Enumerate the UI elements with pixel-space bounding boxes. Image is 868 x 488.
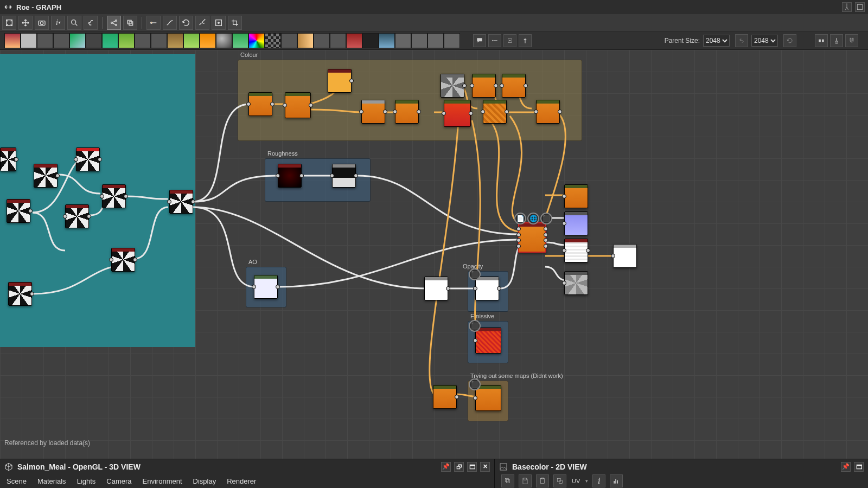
frame-center-button[interactable] [212,16,226,30]
menu-display[interactable]: Display [193,477,216,485]
pal-binary[interactable] [362,33,379,48]
pal-dots[interactable] [151,33,167,48]
menu-renderer[interactable]: Renderer [227,477,256,485]
pin-window-icon[interactable] [842,2,852,12]
colour-node[interactable] [483,100,507,124]
comment-arrow-icon[interactable] [519,34,532,47]
max-3d-icon[interactable]: 🗖 [467,462,477,472]
zoom-button[interactable] [67,16,81,30]
share-button[interactable] [107,16,121,30]
pal-green[interactable] [232,33,248,48]
magnet-icon[interactable] [845,34,858,47]
close-3d-icon[interactable]: ✕ [480,462,490,472]
move-button[interactable] [18,16,33,30]
ao-node[interactable] [254,275,278,299]
pal-card3[interactable] [427,33,444,48]
link-size-icon[interactable] [735,34,748,47]
max-2d-icon[interactable]: 🗖 [854,462,864,472]
menu-environment[interactable]: Environment [143,477,182,485]
settings-button[interactable] [195,16,209,30]
noise-node[interactable] [102,184,126,208]
connector-curve-button[interactable] [163,16,177,30]
colour-node[interactable] [536,100,560,124]
opacity-badge-icon[interactable]: ⬛ [469,268,481,280]
uniform-white-node[interactable] [424,277,448,300]
pal-wave[interactable] [281,33,297,48]
uniform-node[interactable] [328,69,352,93]
graph-canvas[interactable]: Colour Roughness AO Opacity Emissive Try… [0,50,868,459]
colour-node[interactable] [502,74,526,98]
pal-image[interactable] [4,33,21,48]
roughness-node[interactable] [332,164,356,188]
pal-card4[interactable] [444,33,460,48]
copy-button[interactable] [123,16,137,30]
pal-drop2[interactable] [86,33,102,48]
emissive-node[interactable] [475,328,501,354]
reset-size-icon[interactable] [783,34,796,47]
badge-cube-icon[interactable]: ⬛ [540,213,552,224]
histogram-2d-icon[interactable] [610,474,623,487]
pal-solid[interactable] [21,33,37,48]
noise-node[interactable] [7,199,30,223]
noise-node[interactable] [8,282,32,306]
fit-all-button[interactable] [2,16,16,30]
pal-rainbow[interactable] [248,33,265,48]
pal-diamond[interactable] [346,33,362,48]
pal-card2[interactable] [411,33,427,48]
parent-size-height-select[interactable]: 2048 [751,35,778,47]
menu-lights[interactable]: Lights [77,477,96,485]
pal-crystal[interactable] [379,33,395,48]
comment-target-icon[interactable] [503,34,516,47]
roughness-node[interactable] [278,164,302,188]
pal-text[interactable] [314,33,330,48]
noise-node[interactable] [76,147,100,171]
grunge-node[interactable] [441,74,464,98]
pin-2d-icon[interactable]: 📌 [841,462,851,472]
uv-chevron-icon[interactable]: ▾ [585,478,588,484]
colour-node[interactable] [248,92,272,116]
pal-droplet[interactable] [37,33,53,48]
noise-node[interactable] [34,164,58,188]
badge-file-icon[interactable]: 📄 [514,213,526,224]
noise-node[interactable] [169,190,193,214]
parent-size-width-select[interactable]: 2048 [703,35,730,47]
noise-node[interactable] [0,147,16,171]
trying-badge-icon[interactable]: ⬛ [469,378,481,390]
menu-materials[interactable]: Materials [37,477,66,485]
pal-box[interactable] [167,33,183,48]
pal-pick[interactable] [183,33,200,48]
comment-speech-icon[interactable] [473,34,486,47]
pal-circle[interactable] [135,33,151,48]
restore-3d-icon[interactable]: 🗗 [454,462,464,472]
refresh-button[interactable] [179,16,193,30]
dimension-icon[interactable] [815,34,828,47]
pal-shuffle[interactable] [53,33,69,48]
pal-transform[interactable] [330,33,346,48]
colour-node[interactable] [395,100,419,124]
colour-node[interactable] [444,100,471,127]
comment-dash-icon[interactable] [488,34,501,47]
crop-button[interactable] [228,16,242,30]
snap-icon[interactable] [830,34,843,47]
pal-mirror[interactable] [297,33,314,48]
output-ao[interactable] [564,271,588,295]
pal-curve[interactable] [69,33,86,48]
output-basecolor[interactable] [564,184,588,208]
pal-orange[interactable] [200,33,216,48]
output-preview[interactable] [613,244,637,268]
output-normal[interactable] [564,211,588,235]
layers-2d-icon[interactable] [553,474,566,487]
pal-grid[interactable] [102,33,118,48]
pin-3d-icon[interactable]: 📌 [441,462,451,472]
colour-node[interactable] [361,100,385,124]
pal-card1[interactable] [395,33,411,48]
pal-checker[interactable] [265,33,281,48]
material-output-node[interactable] [518,222,546,253]
colour-node[interactable] [285,92,311,118]
pal-terrain[interactable] [118,33,135,48]
camera-button[interactable] [35,16,49,30]
colour-node[interactable] [472,74,496,98]
copy-2d-icon[interactable] [501,474,514,487]
menu-camera[interactable]: Camera [106,477,131,485]
info-2d-icon[interactable]: i [592,474,605,487]
